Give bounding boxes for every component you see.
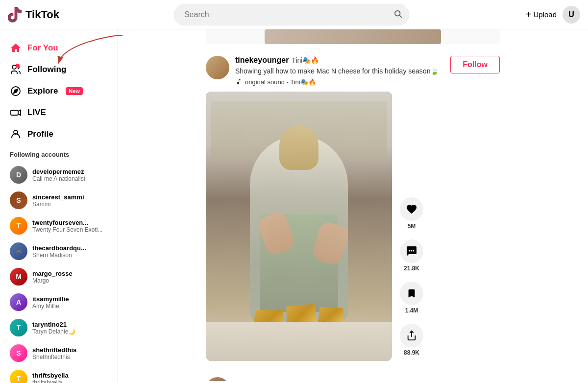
avatar-margo-rosse: M (10, 268, 27, 286)
comment-count: 21.8K (404, 265, 419, 272)
previous-video-teaser (206, 29, 500, 44)
bookmark-icon-circle (400, 282, 423, 305)
svg-point-9 (413, 250, 415, 251)
header-right: + Upload U (526, 6, 580, 24)
avatar-itsamymillie: A (10, 293, 27, 311)
following-accounts-title: Following accounts (10, 151, 107, 158)
account-display: Margo (32, 277, 73, 284)
account-display: Taryn Delanie🌙 (32, 328, 75, 335)
search-icon (393, 9, 402, 20)
home-icon (10, 42, 22, 54)
video-description: Showing yall how to make Mac N cheese fo… (235, 67, 444, 76)
follow-button[interactable]: Follow (450, 56, 500, 73)
account-display: Call me A nationalist (32, 175, 85, 182)
upload-label: Upload (533, 10, 557, 19)
creator-avatar[interactable] (206, 56, 229, 79)
following-label: Following (27, 65, 66, 74)
account-item-thecardboardqu[interactable]: 🎮 thecardboardqu... Sherri Madison (10, 239, 107, 264)
logo-area: TikTok (8, 7, 116, 23)
share-button[interactable]: 88.9K (400, 324, 423, 356)
main-layout: For You Following Explore New (0, 29, 588, 383)
person-icon (10, 128, 22, 140)
account-item-taryntino21[interactable]: T taryntino21 Taryn Delanie🌙 (10, 315, 107, 340)
account-username: developermemez (32, 168, 85, 175)
account-display: Sammi (32, 201, 84, 208)
interaction-buttons: 5M (400, 197, 423, 361)
save-button[interactable]: 1.4M (400, 282, 423, 314)
account-username: thriftsbyella (32, 372, 69, 379)
account-username: itsamymillie (32, 295, 69, 303)
account-display: Amy Millie (32, 303, 69, 310)
following-notification-dot (16, 64, 20, 68)
save-count: 1.4M (405, 307, 418, 314)
avatar-taryntino21: T (10, 319, 27, 336)
account-item-twentyfourseven[interactable]: T twentyfourseven... Twenty Four Seven E… (10, 213, 107, 239)
comment-icon (406, 245, 417, 257)
plus-icon: + (526, 9, 532, 20)
account-item-margo-rosse[interactable]: M margo_rosse Margo (10, 264, 107, 289)
sidebar-item-live[interactable]: LIVE (0, 102, 117, 123)
svg-rect-5 (11, 110, 18, 115)
heart-icon (406, 203, 417, 215)
video-player[interactable] (206, 92, 392, 361)
sound-row: original sound - Tini🎭🔥 (235, 78, 444, 86)
like-button[interactable]: 5M (400, 197, 423, 230)
account-username: taryntino21 (32, 321, 75, 328)
sidebar-item-for-you[interactable]: For You (0, 37, 117, 59)
like-icon-circle (400, 197, 423, 221)
video-card: tinekeyounger Tini🎭🔥 Showing yall how to… (206, 46, 500, 371)
avatar-developermemez: D (10, 166, 27, 184)
comment-button[interactable]: 21.8K (400, 239, 423, 272)
avatar-thriftsbyella: T (10, 370, 27, 383)
account-display: thriftsbyella (32, 379, 69, 383)
creator-name-row: tinekeyounger Tini🎭🔥 (235, 56, 444, 65)
next-video-preview (206, 371, 500, 381)
live-icon (10, 107, 22, 119)
avatar-shethriftedthis: S (10, 344, 27, 362)
account-display: Sherri Madison (32, 252, 86, 259)
following-accounts-section: Following accounts D developermemez Call… (0, 145, 117, 383)
creator-display: Tini🎭🔥 (292, 56, 319, 64)
sidebar-item-following[interactable]: Following (0, 59, 117, 80)
account-display: Twenty Four Seven Exoti... (32, 226, 102, 233)
sidebar-item-explore[interactable]: Explore New (0, 80, 117, 102)
search-bar (174, 4, 409, 25)
account-username: thecardboardqu... (32, 244, 86, 252)
account-item-developermemez[interactable]: D developermemez Call me A nationalist (10, 162, 107, 188)
video-meta: tinekeyounger Tini🎭🔥 Showing yall how to… (235, 56, 444, 86)
search-input[interactable] (174, 4, 409, 25)
video-main: 5M (206, 92, 500, 361)
upload-button[interactable]: + Upload (526, 9, 557, 20)
creator-username[interactable]: tinekeyounger (235, 56, 289, 65)
share-count: 88.9K (404, 349, 419, 356)
account-item-shethriftedthis[interactable]: S shethriftedthis Shethriftedthis (10, 340, 107, 366)
compass-icon (10, 85, 22, 97)
sound-label[interactable]: original sound - Tini🎭🔥 (245, 78, 316, 86)
account-display: Shethriftedthis (32, 354, 76, 360)
header: TikTok + Upload U (0, 0, 588, 29)
svg-marker-4 (14, 89, 18, 93)
account-username: shethriftedthis (32, 346, 76, 354)
account-item-itsamymillie[interactable]: A itsamymillie Amy Millie (10, 289, 107, 315)
avatar-sincerest-sammi: S (10, 192, 27, 209)
music-note-icon (235, 78, 242, 85)
for-you-label: For You (27, 43, 58, 53)
svg-point-7 (409, 250, 411, 251)
tiktok-logo-icon (8, 7, 22, 23)
account-item-thriftsbyella[interactable]: T thriftsbyella thriftsbyella (10, 366, 107, 383)
account-username: twentyfourseven... (32, 219, 102, 226)
explore-new-badge: New (66, 87, 83, 95)
explore-label: Explore (27, 86, 58, 96)
sidebar-nav: For You Following Explore New (0, 37, 117, 145)
logo-text: TikTok (25, 8, 59, 21)
avatar[interactable]: U (563, 6, 580, 24)
comment-icon-circle (400, 239, 423, 263)
sidebar-item-profile[interactable]: Profile (0, 123, 117, 145)
feed-container: tinekeyounger Tini🎭🔥 Showing yall how to… (206, 29, 500, 383)
avatar-thecardboardqu: 🎮 (10, 242, 27, 260)
like-count: 5M (408, 223, 416, 230)
profile-label: Profile (27, 129, 53, 139)
account-username: margo_rosse (32, 270, 73, 277)
account-item-sincerest-sammi[interactable]: S sincerest_sammi Sammi (10, 188, 107, 213)
share-icon (406, 330, 417, 341)
